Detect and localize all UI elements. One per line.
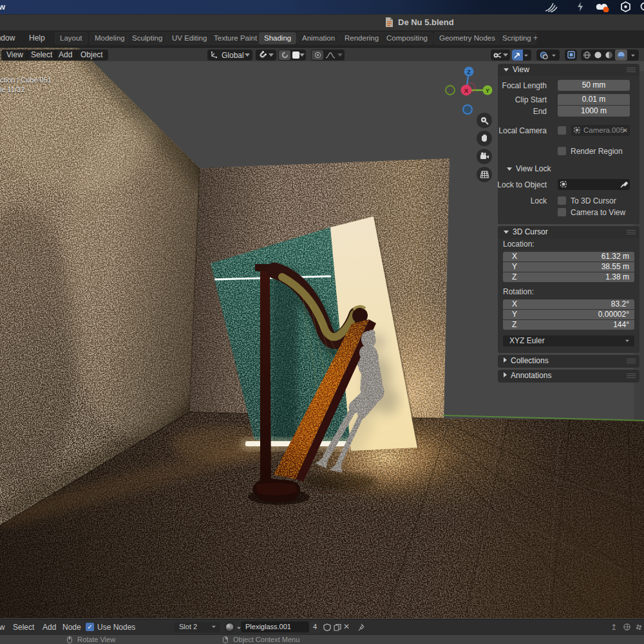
svg-text:Z: Z <box>467 69 471 75</box>
svg-text:Y: Y <box>486 88 489 94</box>
svg-text:X: X <box>464 87 469 94</box>
